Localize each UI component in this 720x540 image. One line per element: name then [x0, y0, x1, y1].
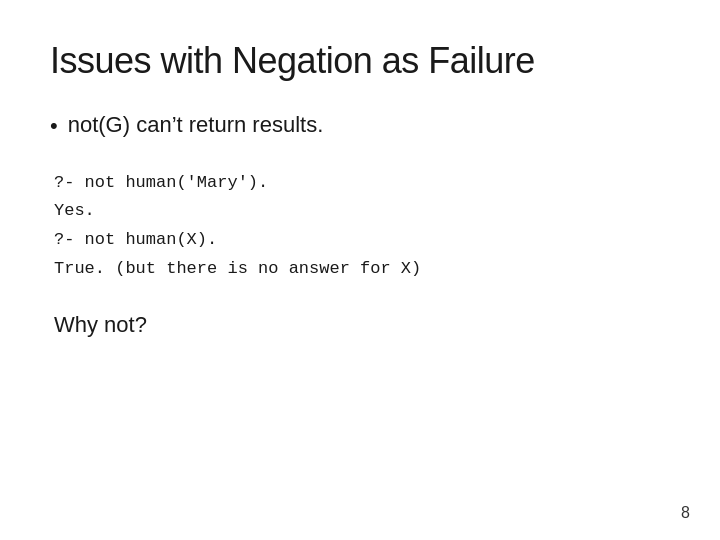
bullet-item: • not(G) can’t return results. — [50, 112, 670, 141]
slide-title: Issues with Negation as Failure — [50, 40, 670, 82]
code-line-1: ?- not human('Mary'). — [54, 169, 670, 198]
code-line-2: Yes. — [54, 197, 670, 226]
slide-number: 8 — [681, 504, 690, 522]
bullet-text: not(G) can’t return results. — [68, 112, 324, 138]
code-line-3: ?- not human(X). — [54, 226, 670, 255]
why-not-text: Why not? — [54, 312, 670, 338]
bullet-section: • not(G) can’t return results. — [50, 112, 670, 141]
bullet-dot: • — [50, 112, 58, 141]
slide: Issues with Negation as Failure • not(G)… — [0, 0, 720, 540]
code-line-4: True. (but there is no answer for X) — [54, 255, 670, 284]
code-block: ?- not human('Mary'). Yes. ?- not human(… — [54, 169, 670, 285]
